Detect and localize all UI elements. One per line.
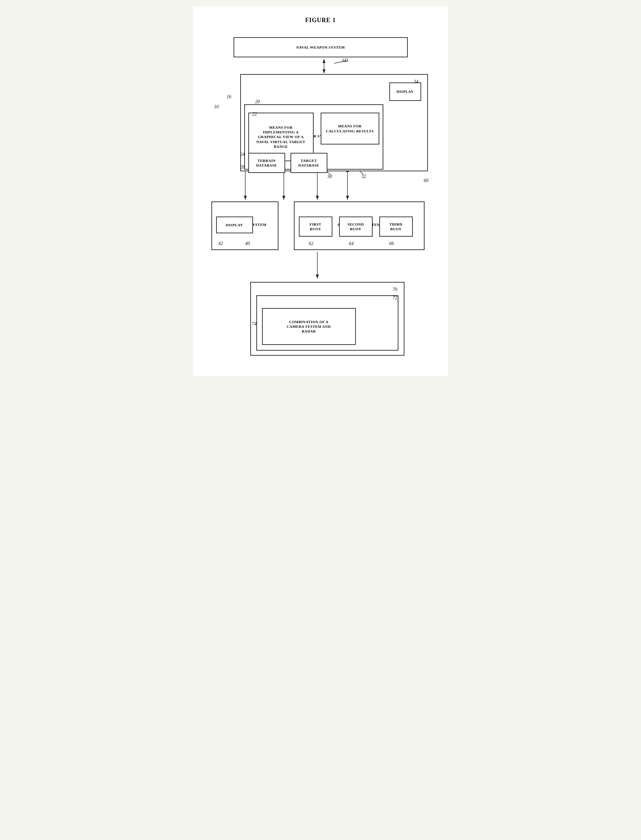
page: FIGURE 1 <box>193 7 448 376</box>
ref-74: 74 <box>252 321 257 327</box>
means-calculating-box: MEANS FOR CALCULATING RESULTS <box>320 113 379 145</box>
means-implementing-label: MEANS FOR IMPLEMENTING A GRAPHICAL VIEW … <box>256 125 305 149</box>
ref-70: 70 <box>393 287 398 292</box>
ref-16: 16 <box>227 94 232 100</box>
second-buoy-box: SECOND BUOY <box>339 216 373 237</box>
ref-6d: 6D <box>343 58 348 63</box>
display-spotter-label: DISPLAY <box>226 222 243 227</box>
ref-60: 60 <box>424 178 428 183</box>
ref-62: 62 <box>309 241 314 247</box>
target-database-label: TARGET DATABASE <box>298 158 319 168</box>
display-control-box: DISPLAY <box>389 82 421 101</box>
third-buoy-box: THIRD BUOY <box>379 216 413 237</box>
ref-24: 24 <box>240 152 245 157</box>
ref-10: 10 <box>214 104 219 110</box>
combination-label: COMBINATION OF A CAMERA SYSTEM AND RADAR <box>287 319 331 334</box>
ref-20: 20 <box>255 99 260 105</box>
combination-box: COMBINATION OF A CAMERA SYSTEM AND RADAR <box>262 308 356 345</box>
first-buoy-box: FIRST BUOY <box>299 216 332 237</box>
diagram: NAVAL WEAPON SYSTEM 6D CONTROL SUBSYSTEM… <box>207 34 441 362</box>
second-buoy-label: SECOND BUOY <box>348 222 364 232</box>
terrain-database-box: TERRAIN DATABASE <box>248 153 285 173</box>
ref-34: 34 <box>414 79 419 84</box>
ref-66: 66 <box>389 241 394 247</box>
ref-42: 42 <box>219 241 223 247</box>
ref-32: 32 <box>362 174 366 179</box>
third-buoy-label: THIRD BUOY <box>389 222 403 232</box>
ref-22: 22 <box>252 111 257 117</box>
ref-28: 28 <box>240 164 245 170</box>
ref-30: 30 <box>327 174 332 179</box>
target-database-box: TARGET DATABASE <box>290 153 327 173</box>
ref-72: 72 <box>393 295 398 301</box>
ref-64: 64 <box>349 241 354 247</box>
first-buoy-label: FIRST BUOY <box>309 222 321 232</box>
figure-title: FIGURE 1 <box>207 17 435 24</box>
ref-40: 40 <box>245 241 250 247</box>
display-control-label: DISPLAY <box>397 89 414 94</box>
display-spotter-box: DISPLAY <box>216 216 253 233</box>
terrain-database-label: TERRAIN DATABASE <box>256 158 277 168</box>
means-calculating-label: MEANS FOR CALCULATING RESULTS <box>326 124 374 134</box>
naval-weapon-system-label: NAVAL WEAPON SYSTEM <box>296 45 345 50</box>
naval-weapon-system-box: NAVAL WEAPON SYSTEM <box>234 37 408 57</box>
